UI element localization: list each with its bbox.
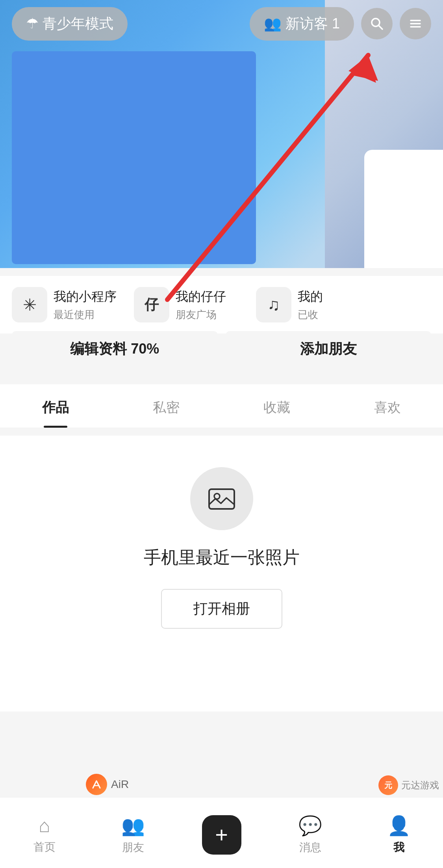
home-icon: ⌂ bbox=[39, 815, 50, 836]
top-bar: ☂ 青少年模式 👥 新访客 1 bbox=[0, 0, 443, 47]
top-bar-left: ☂ 青少年模式 bbox=[12, 7, 128, 41]
search-icon bbox=[369, 16, 385, 32]
mini-app-icon-2: ♫ bbox=[256, 287, 291, 322]
mini-app-sub-2: 已收 bbox=[298, 308, 323, 322]
mini-app-icon-0: ✳ bbox=[12, 287, 47, 322]
action-buttons: 编辑资料 70% 添加朋友 bbox=[12, 331, 431, 367]
air-logo-container: AiR bbox=[86, 774, 129, 795]
search-button[interactable] bbox=[361, 8, 393, 39]
visitor-label: 新访客 1 bbox=[285, 14, 340, 34]
mini-app-item-0[interactable]: ✳ 我的小程序 最近使用 bbox=[12, 287, 134, 322]
mini-app-info-1: 我的仔仔 朋友广场 bbox=[176, 288, 226, 322]
nav-item-home[interactable]: ⌂ 首页 bbox=[0, 811, 89, 855]
mini-app-info-2: 我的 已收 bbox=[298, 288, 323, 322]
add-icon: + bbox=[215, 824, 228, 846]
photo-icon bbox=[206, 483, 237, 514]
svg-line-1 bbox=[378, 25, 382, 29]
add-button[interactable]: + bbox=[202, 815, 241, 855]
mini-app-item-2[interactable]: ♫ 我的 已收 bbox=[256, 287, 378, 322]
svg-rect-7 bbox=[209, 489, 234, 509]
nav-item-messages[interactable]: 💬 消息 bbox=[266, 811, 354, 855]
nav-item-add[interactable]: + bbox=[177, 811, 266, 855]
nav-item-me[interactable]: 👤 我 bbox=[354, 811, 443, 855]
tab-favorites[interactable]: 收藏 bbox=[222, 384, 332, 428]
nav-home-label: 首页 bbox=[33, 840, 56, 855]
mini-app-item-1[interactable]: 仔 我的仔仔 朋友广场 bbox=[134, 287, 256, 322]
mini-app-info-0: 我的小程序 最近使用 bbox=[54, 288, 117, 322]
mini-app-icon-1: 仔 bbox=[134, 287, 169, 322]
air-text: AiR bbox=[111, 778, 129, 791]
tab-private-label: 私密 bbox=[153, 400, 180, 415]
white-card-peek bbox=[364, 150, 443, 268]
nav-me-label: 我 bbox=[393, 840, 404, 855]
watermark-logo: 元 bbox=[378, 775, 398, 795]
air-watermark: AiR bbox=[86, 774, 129, 795]
menu-button[interactable] bbox=[400, 8, 431, 39]
watermark-text: 元达游戏 bbox=[401, 779, 439, 792]
visitor-button[interactable]: 👥 新访客 1 bbox=[250, 7, 354, 41]
tab-works[interactable]: 作品 bbox=[0, 384, 111, 428]
nav-friends-label: 朋友 bbox=[122, 840, 144, 855]
empty-state-title: 手机里最近一张照片 bbox=[144, 546, 300, 569]
photo-icon-circle bbox=[190, 467, 253, 530]
youth-mode-label: 青少年模式 bbox=[43, 14, 113, 34]
friends-icon: 👥 bbox=[121, 815, 145, 837]
mini-app-name-1: 我的仔仔 bbox=[176, 288, 226, 305]
visitor-icon: 👥 bbox=[264, 15, 282, 32]
profile-blue-block bbox=[12, 51, 256, 264]
nav-messages-label: 消息 bbox=[299, 840, 321, 855]
nav-item-friends[interactable]: 👥 朋友 bbox=[89, 811, 177, 855]
tabs-bar: 作品 私密 收藏 喜欢 bbox=[0, 384, 443, 428]
content-area: 手机里最近一张照片 打开相册 bbox=[0, 436, 443, 712]
mini-app-sub-1: 朋友广场 bbox=[176, 308, 226, 322]
mini-app-name-0: 我的小程序 bbox=[54, 288, 117, 305]
tab-works-label: 作品 bbox=[42, 400, 69, 415]
tab-favorites-label: 收藏 bbox=[263, 400, 290, 415]
air-logo-circle bbox=[86, 774, 107, 795]
add-friend-button[interactable]: 添加朋友 bbox=[226, 331, 432, 367]
mini-app-sub-0: 最近使用 bbox=[54, 308, 117, 322]
top-bar-right: 👥 新访客 1 bbox=[250, 7, 431, 41]
menu-icon bbox=[408, 16, 423, 32]
messages-icon: 💬 bbox=[298, 815, 322, 837]
tab-likes-label: 喜欢 bbox=[374, 400, 401, 415]
bottom-nav: ⌂ 首页 👥 朋友 + 💬 消息 👤 我 bbox=[0, 797, 443, 868]
tab-private[interactable]: 私密 bbox=[111, 384, 221, 428]
tab-likes[interactable]: 喜欢 bbox=[332, 384, 443, 428]
open-album-button[interactable]: 打开相册 bbox=[161, 589, 282, 629]
mini-apps-row: ✳ 我的小程序 最近使用 仔 我的仔仔 朋友广场 ♫ 我的 已收 bbox=[0, 276, 443, 333]
youth-mode-button[interactable]: ☂ 青少年模式 bbox=[12, 7, 128, 41]
watermark: 元 元达游戏 bbox=[378, 775, 439, 795]
mini-app-name-2: 我的 bbox=[298, 288, 323, 305]
me-icon: 👤 bbox=[387, 815, 411, 837]
youth-mode-icon: ☂ bbox=[26, 15, 39, 32]
edit-profile-button[interactable]: 编辑资料 70% bbox=[12, 331, 218, 367]
